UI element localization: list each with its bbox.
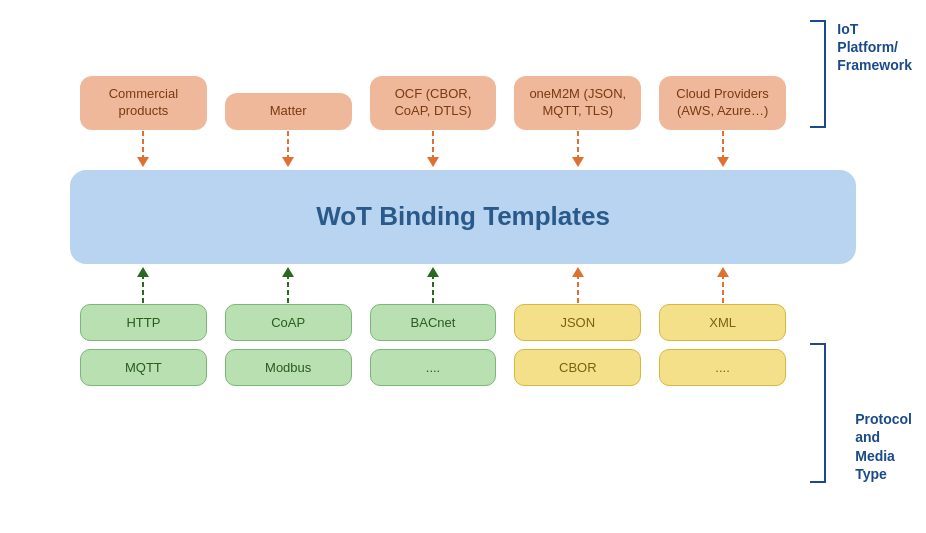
arrow-top-1 — [80, 131, 207, 169]
bottom-box-bacnet: BACnet — [370, 304, 497, 341]
arrow-top-4 — [514, 131, 641, 169]
arrow-bottom-5 — [659, 265, 786, 303]
arrow-bottom-2 — [225, 265, 352, 303]
svg-marker-3 — [282, 157, 294, 167]
protocol-bracket — [810, 343, 826, 483]
arrow-bottom-4 — [514, 265, 641, 303]
arrow-top-2 — [225, 131, 352, 169]
svg-marker-15 — [427, 267, 439, 277]
middle-box: WoT Binding Templates — [70, 170, 856, 264]
bottom-box-mqtt: MQTT — [80, 349, 207, 386]
svg-marker-5 — [427, 157, 439, 167]
bottom-boxes-section: HTTP MQTT CoAP Modbus BACnet .... JSON C… — [20, 304, 906, 386]
bottom-box-dots-green: .... — [370, 349, 497, 386]
arrow-top-3 — [370, 131, 497, 169]
bottom-box-json: JSON — [514, 304, 641, 341]
protocol-label: Protocol and Media Type — [855, 410, 912, 483]
arrow-bottom-1 — [80, 265, 207, 303]
bottom-box-modbus: Modbus — [225, 349, 352, 386]
top-box-cloud: Cloud Providers (AWS, Azure…) — [659, 76, 786, 130]
top-box-ocf: OCF (CBOR, CoAP, DTLS) — [370, 76, 497, 130]
svg-marker-1 — [137, 157, 149, 167]
bottom-box-coap: CoAP — [225, 304, 352, 341]
arrow-top-5 — [659, 131, 786, 169]
top-box-commercial: Commercial products — [80, 76, 207, 130]
bottom-col-http: HTTP MQTT — [80, 304, 207, 386]
arrow-bottom-3 — [370, 265, 497, 303]
iot-bracket — [810, 20, 826, 128]
iot-label: IoT Platform/ Framework — [837, 20, 912, 75]
bottom-box-xml: XML — [659, 304, 786, 341]
diagram-container: IoT Platform/ Framework Protocol and Med… — [0, 0, 926, 533]
bottom-box-dots-yellow: .... — [659, 349, 786, 386]
svg-marker-13 — [282, 267, 294, 277]
svg-marker-19 — [717, 267, 729, 277]
svg-marker-17 — [572, 267, 584, 277]
bottom-col-xml: XML .... — [659, 304, 786, 386]
arrows-bottom-row — [20, 264, 906, 304]
bottom-col-bacnet: BACnet .... — [370, 304, 497, 386]
svg-marker-11 — [137, 267, 149, 277]
svg-marker-9 — [717, 157, 729, 167]
top-boxes-row: Commercial products Matter OCF (CBOR, Co… — [20, 20, 906, 130]
bottom-col-coap: CoAP Modbus — [225, 304, 352, 386]
top-box-matter: Matter — [225, 93, 352, 130]
bottom-box-cbor: CBOR — [514, 349, 641, 386]
top-box-onem2m: oneM2M (JSON, MQTT, TLS) — [514, 76, 641, 130]
middle-box-title: WoT Binding Templates — [316, 201, 610, 231]
svg-marker-7 — [572, 157, 584, 167]
arrows-top-row — [20, 130, 906, 170]
bottom-col-json: JSON CBOR — [514, 304, 641, 386]
bottom-box-http: HTTP — [80, 304, 207, 341]
